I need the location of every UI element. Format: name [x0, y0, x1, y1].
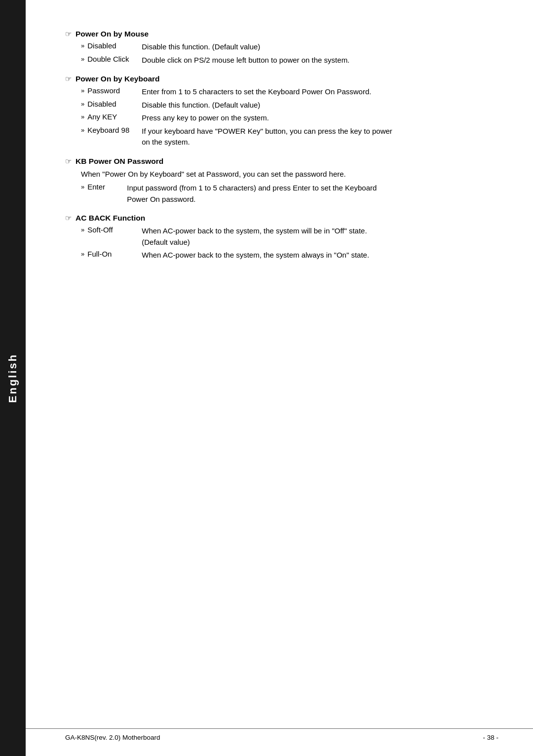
arrow-icon: » [81, 226, 84, 233]
arrow-icon: » [81, 183, 84, 190]
arrow-icon: » [81, 113, 84, 120]
footer: GA-K8NS(rev. 2.0) Motherboard - 38 - [26, 728, 533, 741]
kb-password-note: When "Power On by Keyboard" set at Passw… [81, 169, 498, 180]
section-title-mouse: Power On by Mouse [76, 30, 149, 38]
list-item: » Keyboard 98 If your keyboard have "POW… [81, 126, 498, 148]
cursor-icon-keyboard: ☞ [65, 75, 72, 83]
item-key: Keyboard 98 [87, 126, 142, 134]
item-desc: Disable this function. (Default value) [142, 100, 498, 111]
arrow-icon: » [81, 126, 84, 134]
item-desc: Input password (from 1 to 5 characters) … [127, 183, 498, 205]
section-header-mouse: ☞ Power On by Mouse [65, 30, 498, 38]
list-item: » Password Enter from 1 to 5 characters … [81, 86, 498, 98]
item-desc: Press any key to power on the system. [142, 113, 498, 124]
item-key: Password [87, 86, 142, 95]
section-kb-power-on-password: ☞ KB Power ON Password When "Power On by… [65, 157, 498, 205]
item-key: Full-On [87, 250, 142, 258]
item-list-mouse: » Disabled Disable this function. (Defau… [81, 41, 498, 66]
list-item: » Soft-Off When AC-power back to the sys… [81, 226, 498, 248]
section-header-kb-password: ☞ KB Power ON Password [65, 157, 498, 166]
cursor-icon-mouse: ☞ [65, 30, 72, 38]
footer-page: - 38 - [483, 734, 498, 741]
list-item: » Disabled Disable this function. (Defau… [81, 100, 498, 111]
item-key: Disabled [87, 41, 142, 50]
item-list-kb-password: » Enter Input password (from 1 to 5 char… [81, 183, 498, 205]
section-power-on-by-mouse: ☞ Power On by Mouse » Disabled Disable t… [65, 30, 498, 66]
cursor-icon-ac-back: ☞ [65, 214, 72, 223]
item-desc: Disable this function. (Default value) [142, 41, 498, 53]
item-desc: Double click on PS/2 mouse left button t… [142, 55, 498, 66]
arrow-icon: » [81, 87, 84, 94]
section-ac-back-function: ☞ AC BACK Function » Soft-Off When AC-po… [65, 214, 498, 261]
list-item: » Full-On When AC-power back to the syst… [81, 250, 498, 261]
item-desc: If your keyboard have "POWER Key" button… [142, 126, 498, 148]
arrow-icon: » [81, 55, 84, 63]
section-title-keyboard: Power On by Keyboard [76, 75, 160, 83]
section-title-ac-back: AC BACK Function [76, 214, 145, 223]
sidebar-label: English [6, 353, 19, 403]
list-item: » Enter Input password (from 1 to 5 char… [81, 183, 498, 205]
item-desc: When AC-power back to the system, the sy… [142, 250, 498, 261]
item-list-keyboard: » Password Enter from 1 to 5 characters … [81, 86, 498, 148]
item-key: Any KEY [87, 113, 142, 121]
arrow-icon: » [81, 100, 84, 108]
section-power-on-by-keyboard: ☞ Power On by Keyboard » Password Enter … [65, 75, 498, 148]
footer-model: GA-K8NS(rev. 2.0) Motherboard [65, 734, 160, 741]
cursor-icon-kb-password: ☞ [65, 157, 72, 166]
section-title-kb-password: KB Power ON Password [76, 157, 163, 166]
item-key: Enter [87, 183, 127, 191]
list-item: » Any KEY Press any key to power on the … [81, 113, 498, 124]
item-key: Soft-Off [87, 226, 142, 234]
main-content: ☞ Power On by Mouse » Disabled Disable t… [26, 0, 533, 756]
item-key: Double Click [87, 55, 142, 63]
item-key: Disabled [87, 100, 142, 108]
sidebar: English [0, 0, 26, 756]
arrow-icon: » [81, 42, 84, 49]
arrow-icon: » [81, 250, 84, 258]
item-desc: When AC-power back to the system, the sy… [142, 226, 498, 248]
item-list-ac-back: » Soft-Off When AC-power back to the sys… [81, 226, 498, 261]
section-header-ac-back: ☞ AC BACK Function [65, 214, 498, 223]
section-header-keyboard: ☞ Power On by Keyboard [65, 75, 498, 83]
item-desc: Enter from 1 to 5 characters to set the … [142, 86, 498, 98]
list-item: » Disabled Disable this function. (Defau… [81, 41, 498, 53]
list-item: » Double Click Double click on PS/2 mous… [81, 55, 498, 66]
